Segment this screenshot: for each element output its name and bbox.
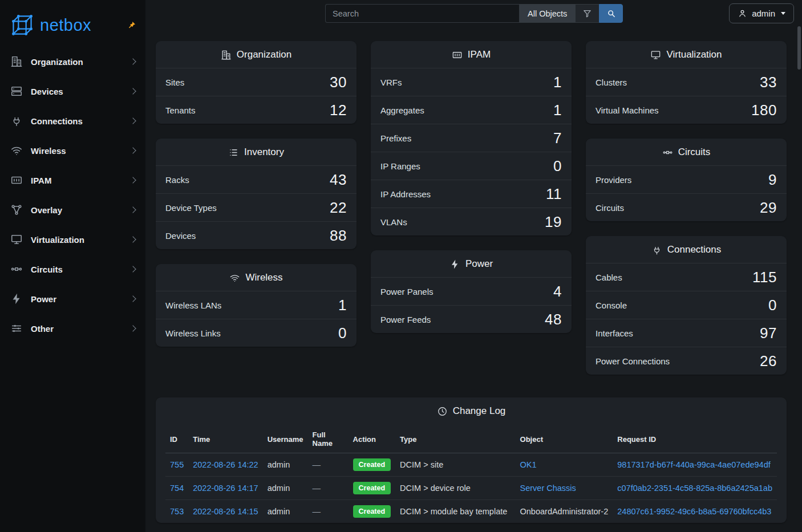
card-circuits-header: Circuits xyxy=(586,139,787,165)
stat-row-providers[interactable]: Providers 9 xyxy=(586,165,787,193)
stat-value: 12 xyxy=(330,103,347,117)
stat-row-power-connections[interactable]: Power Connections 26 xyxy=(586,347,787,375)
search-input[interactable] xyxy=(325,4,519,23)
plug-icon xyxy=(10,115,23,127)
scrollbar[interactable] xyxy=(797,26,801,70)
request-id-link[interactable]: c07f0ab2-2351-4c58-825a-8b6a2425a1ab xyxy=(617,484,772,493)
stat-row-clusters[interactable]: Clusters 33 xyxy=(586,68,787,96)
global-search: All Objects xyxy=(325,4,623,23)
sidebar-item-power[interactable]: Power xyxy=(0,284,145,314)
stat-label: IP Addresses xyxy=(380,189,431,199)
dashboard-column-3: Virtualization Clusters 33 Virtual Machi… xyxy=(586,41,787,375)
sidebar-item-organization[interactable]: Organization xyxy=(0,47,145,76)
lightning-bolt-icon xyxy=(10,293,23,305)
sidebar-item-other[interactable]: Other xyxy=(0,314,145,343)
stat-value: 7 xyxy=(553,131,562,145)
sidebar-item-virtualization[interactable]: Virtualization xyxy=(0,225,145,254)
request-id-link[interactable]: 9817317d-b67f-440a-99ca-4ae07ede94df xyxy=(617,460,770,469)
stat-row-console[interactable]: Console 0 xyxy=(586,291,787,319)
stat-row-interfaces[interactable]: Interfaces 97 xyxy=(586,319,787,347)
stat-row-vrfs[interactable]: VRFs 1 xyxy=(371,68,572,96)
request-id-link[interactable]: 24807c61-9952-49c6-b8a5-69760bfcc4b3 xyxy=(617,507,771,516)
stat-value: 4 xyxy=(553,284,562,299)
stat-label: Providers xyxy=(596,175,631,185)
card-wireless: Wireless Wireless LANs 1 Wireless Links … xyxy=(156,264,357,347)
wifi-icon xyxy=(229,273,240,283)
card-title: Change Log xyxy=(453,405,506,417)
card-change-log: Change Log ID Time Username Full Name Ac xyxy=(156,397,787,523)
stat-row-racks[interactable]: Racks 43 xyxy=(156,165,357,193)
stat-row-ip-ranges[interactable]: IP Ranges 0 xyxy=(371,152,572,180)
stat-label: Devices xyxy=(165,231,196,241)
change-id-link[interactable]: 755 xyxy=(170,460,184,469)
stat-row-sites[interactable]: Sites 30 xyxy=(156,68,357,96)
change-time-link[interactable]: 2022-08-26 14:15 xyxy=(193,507,258,516)
stat-row-ip-addresses[interactable]: IP Addresses 11 xyxy=(371,180,572,208)
stat-value: 43 xyxy=(330,172,347,187)
wifi-icon xyxy=(10,144,23,157)
graph-icon xyxy=(10,204,23,216)
full-name-cell: — xyxy=(313,484,321,493)
table-row: 755 2022-08-26 14:22 admin — Created DCI… xyxy=(165,453,777,477)
stat-row-power-panels[interactable]: Power Panels 4 xyxy=(371,277,572,305)
stat-row-device-types[interactable]: Device Types 22 xyxy=(156,193,357,221)
brand[interactable]: netbox xyxy=(0,6,145,47)
stat-row-aggregates[interactable]: Aggregates 1 xyxy=(371,96,572,124)
stat-row-prefixes[interactable]: Prefixes 7 xyxy=(371,124,572,152)
person-icon xyxy=(738,9,747,18)
object-type-dropdown[interactable]: All Objects xyxy=(519,4,575,23)
change-time-link[interactable]: 2022-08-26 14:17 xyxy=(193,484,258,493)
card-virtualization: Virtualization Clusters 33 Virtual Machi… xyxy=(586,41,787,124)
chevron-right-icon xyxy=(129,117,136,124)
change-id-link[interactable]: 754 xyxy=(170,484,184,493)
stat-row-cables[interactable]: Cables 115 xyxy=(586,263,787,291)
stat-row-wireless-lans[interactable]: Wireless LANs 1 xyxy=(156,291,357,319)
change-time-link[interactable]: 2022-08-26 14:22 xyxy=(193,460,258,469)
stat-row-tenants[interactable]: Tenants 12 xyxy=(156,96,357,124)
stat-value: 33 xyxy=(760,75,777,90)
search-icon xyxy=(606,9,616,18)
search-button[interactable] xyxy=(599,4,623,23)
action-badge: Created xyxy=(353,482,391,494)
stat-label: VRFs xyxy=(380,78,402,87)
sidebar-item-devices[interactable]: Devices xyxy=(0,76,145,106)
stat-row-vlans[interactable]: VLANs 19 xyxy=(371,208,572,235)
stat-value: 30 xyxy=(330,75,347,90)
chevron-right-icon xyxy=(129,295,136,302)
stat-row-devices[interactable]: Devices 88 xyxy=(156,221,357,249)
card-title: Virtualization xyxy=(666,49,722,60)
sidebar-item-circuits[interactable]: Circuits xyxy=(0,254,145,284)
lightning-bolt-icon xyxy=(449,259,460,270)
sidebar-item-overlay[interactable]: Overlay xyxy=(0,195,145,225)
sidebar-item-ipam[interactable]: IPAM xyxy=(0,165,145,195)
stat-label: Circuits xyxy=(596,203,624,213)
chevron-right-icon xyxy=(129,88,136,94)
chevron-right-icon xyxy=(129,147,136,153)
netbox-logo-icon xyxy=(10,14,34,36)
card-ipam: IPAM VRFs 1 Aggregates 1 Prefixes 7 xyxy=(371,41,572,235)
stat-row-circuits[interactable]: Circuits 29 xyxy=(586,193,787,221)
filter-button[interactable] xyxy=(575,4,599,23)
stat-label: Device Types xyxy=(165,203,217,213)
card-virtualization-header: Virtualization xyxy=(586,41,787,68)
stat-row-power-feeds[interactable]: Power Feeds 48 xyxy=(371,305,572,333)
user-menu-button[interactable]: admin xyxy=(729,3,794,23)
object-link[interactable]: Server Chassis xyxy=(520,484,576,493)
object-link[interactable]: OK1 xyxy=(520,460,537,469)
card-power-header: Power xyxy=(371,250,572,277)
type-cell: DCIM > module bay template xyxy=(400,507,507,516)
pin-sidebar-icon[interactable] xyxy=(127,21,136,32)
monitor-icon xyxy=(10,233,23,246)
column-header-time: Time xyxy=(188,425,263,453)
sidebar-item-connections[interactable]: Connections xyxy=(0,106,145,136)
stat-row-wireless-links[interactable]: Wireless Links 0 xyxy=(156,319,357,347)
cable-icon xyxy=(651,245,662,255)
stat-row-virtual-machines[interactable]: Virtual Machines 180 xyxy=(586,96,787,124)
card-title: Connections xyxy=(667,244,722,255)
card-organization: Organization Sites 30 Tenants 12 xyxy=(156,41,357,124)
sidebar: netbox Organization Devices xyxy=(0,0,145,532)
sidebar-item-label: Overlay xyxy=(31,205,62,215)
change-id-link[interactable]: 753 xyxy=(170,507,184,516)
stat-label: Power Panels xyxy=(380,287,434,297)
sidebar-item-wireless[interactable]: Wireless xyxy=(0,136,145,165)
